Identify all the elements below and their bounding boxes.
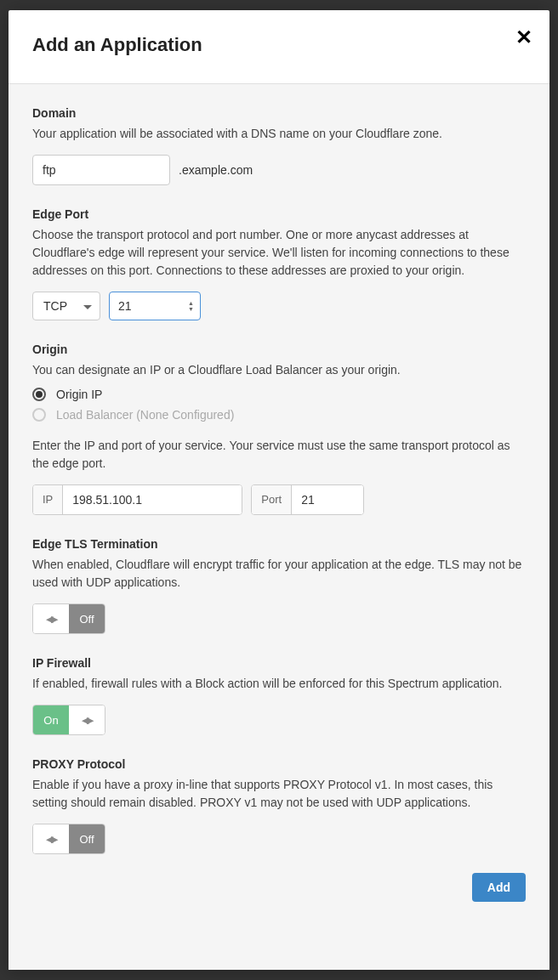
origin-section: Origin You can designate an IP or a Clou…: [32, 343, 526, 515]
toggle-on-label: On: [33, 705, 69, 734]
domain-suffix: .example.com: [179, 163, 253, 177]
domain-desc: Your application will be associated with…: [32, 125, 526, 143]
add-button[interactable]: Add: [472, 873, 526, 902]
origin-input-group: IP Port: [32, 484, 526, 515]
toggle-off-label: Off: [69, 604, 105, 633]
port-prefix-label: Port: [252, 485, 292, 514]
origin-ip-input[interactable]: [63, 485, 242, 514]
domain-input[interactable]: [32, 155, 170, 185]
proxy-protocol-label: PROXY Protocol: [32, 757, 526, 771]
radio-selected-icon: [32, 388, 46, 401]
ip-firewall-toggle[interactable]: On ◀▶: [32, 705, 105, 735]
close-icon: ✕: [515, 25, 532, 48]
modal-header: Add an Application ✕: [9, 10, 549, 84]
add-application-modal: Add an Application ✕ Domain Your applica…: [9, 10, 549, 970]
close-button[interactable]: ✕: [515, 27, 532, 48]
origin-port-input[interactable]: [292, 485, 363, 514]
modal-footer: Add: [32, 873, 526, 902]
edge-tls-desc: When enabled, Cloudflare will encrypt tr…: [32, 556, 526, 592]
ip-prefix-label: IP: [33, 485, 63, 514]
radio-disabled-icon: [32, 408, 46, 422]
modal-body: Domain Your application will be associat…: [9, 84, 549, 970]
domain-section: Domain Your application will be associat…: [32, 106, 526, 185]
toggle-off-label: Off: [69, 824, 105, 853]
domain-input-row: .example.com: [32, 155, 526, 185]
proxy-protocol-toggle[interactable]: ◀▶ Off: [32, 824, 105, 854]
origin-desc2: Enter the IP and port of your service. Y…: [32, 437, 526, 473]
origin-radio-group: Origin IP Load Balancer (None Configured…: [32, 384, 526, 425]
origin-ip-field: IP: [32, 484, 242, 515]
domain-label: Domain: [32, 106, 526, 120]
origin-desc: You can designate an IP or a Cloudflare …: [32, 361, 526, 379]
origin-port-field: Port: [251, 484, 364, 515]
protocol-select-wrap: TCP: [32, 292, 100, 320]
origin-lb-radio: Load Balancer (None Configured): [32, 405, 526, 425]
edge-tls-toggle[interactable]: ◀▶ Off: [32, 603, 105, 634]
proxy-protocol-section: PROXY Protocol Enable if you have a prox…: [32, 757, 526, 854]
origin-lb-radio-label: Load Balancer (None Configured): [56, 408, 234, 422]
modal-title: Add an Application: [32, 34, 526, 56]
toggle-handle-icon: ◀▶: [33, 824, 69, 853]
proxy-protocol-desc: Enable if you have a proxy in-line that …: [32, 776, 526, 812]
protocol-select[interactable]: TCP: [32, 292, 100, 320]
edge-tls-section: Edge TLS Termination When enabled, Cloud…: [32, 537, 526, 634]
ip-firewall-section: IP Firewall If enabled, firewall rules w…: [32, 656, 526, 735]
edge-port-label: Edge Port: [32, 207, 526, 221]
ip-firewall-desc: If enabled, firewall rules with a Block …: [32, 675, 526, 693]
toggle-handle-icon: ◀▶: [33, 604, 69, 633]
edge-port-input-wrap: ▲▼: [109, 292, 201, 320]
edge-tls-label: Edge TLS Termination: [32, 537, 526, 551]
edge-port-input[interactable]: [109, 292, 201, 320]
origin-label: Origin: [32, 343, 526, 356]
edge-port-section: Edge Port Choose the transport protocol …: [32, 207, 526, 320]
origin-ip-radio-label: Origin IP: [56, 388, 102, 401]
toggle-handle-icon: ◀▶: [69, 705, 105, 734]
edge-port-desc: Choose the transport protocol and port n…: [32, 226, 526, 280]
ip-firewall-label: IP Firewall: [32, 656, 526, 670]
edge-port-input-row: TCP ▲▼: [32, 292, 526, 320]
origin-ip-radio[interactable]: Origin IP: [32, 384, 526, 405]
